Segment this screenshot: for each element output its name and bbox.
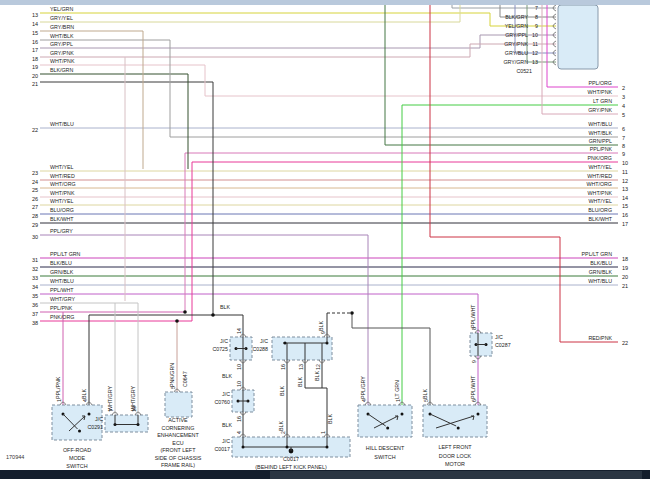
component-name: LEFT FRONT [438, 444, 472, 450]
window-top-border [0, 0, 650, 5]
wire-number: 14 [622, 195, 628, 201]
connector-pin-label: YEL/GRN [505, 23, 528, 29]
component-name: C0017 [283, 456, 299, 462]
wiring-diagram-canvas[interactable]: 13YEL/GRN14GRY/YEL15GRY/BRN16WHT/BLK17GR… [0, 0, 650, 479]
contact-dot [401, 413, 404, 416]
junction-ref: C0017 [214, 446, 230, 452]
connector-id: C0521 [516, 68, 532, 74]
wire-label: WHT/RED [50, 173, 75, 179]
component-name: SIDE OF CHASSIS [155, 455, 202, 461]
junction-dot [326, 446, 329, 449]
wire-label: BLU/ORG [588, 207, 612, 213]
pin-number: 16 [236, 416, 242, 422]
wire-number: 24 [32, 179, 38, 185]
wire-label: WHT/BLU [588, 278, 612, 284]
wire-label: GRN/PPL [589, 138, 612, 144]
connector-c0521[interactable] [558, 5, 598, 69]
wire-label: WHT/PNK [50, 190, 75, 196]
wire-number: 18 [622, 256, 628, 262]
wire-number: 28 [32, 213, 38, 219]
wire-label: GRN/BLK [50, 269, 74, 275]
connector-pin-number: 9 [535, 23, 538, 29]
wire-label: GRY/PPL [50, 41, 73, 47]
wire-number: 18 [32, 56, 38, 62]
wire-number: 19 [32, 64, 38, 70]
pin-number: 10 [236, 364, 242, 370]
wire-label: PPL/WHT [50, 287, 74, 293]
component-name: SWITCH [374, 454, 395, 460]
junction-dot [183, 310, 187, 314]
junction-dot [286, 446, 289, 449]
wire-label: PPL/ORG [588, 80, 612, 86]
wire-number: 19 [622, 265, 628, 271]
wire-tag: LT GRN [394, 380, 400, 399]
wire-label: GRN/BLK [589, 269, 613, 275]
component-name: CORNERING [162, 425, 195, 431]
wire-tag: BLK [220, 304, 230, 310]
wire-number: 37 [32, 311, 38, 317]
wire-tag: BLK [278, 421, 284, 431]
off-road-mode-switch[interactable] [52, 405, 102, 440]
component-name: SWITCH [66, 463, 87, 469]
junction-ref: J/C [220, 338, 228, 344]
wire-label: WHT/BLK [50, 33, 74, 39]
junction-ref: J/C [495, 334, 503, 340]
wire-tag: WHT/GRY [107, 386, 113, 411]
wire-number: 21 [622, 283, 628, 289]
connector-pin-number: 7 [535, 5, 538, 11]
wire-number: 10 [622, 160, 628, 166]
wire-label: BLK/WHT [588, 216, 612, 222]
wire-tag: BLK [222, 373, 232, 379]
wire-number: 38 [32, 320, 38, 326]
wire-label: GRY/BRN [50, 24, 74, 30]
contact-dot [78, 430, 81, 433]
wire-label: WHT/PNK [588, 190, 613, 196]
junction-c0291[interactable] [105, 415, 148, 432]
hill-descent-switch[interactable] [358, 405, 412, 437]
wire-number: 22 [32, 127, 38, 133]
wire-number: 32 [32, 266, 38, 272]
pin-number: 14 [236, 328, 242, 334]
wire-number: 26 [32, 196, 38, 202]
contact-dot [477, 413, 480, 416]
component-name: (FRONT LEFT [161, 447, 197, 453]
bottom-scrollbar-thumb[interactable] [270, 471, 642, 479]
wire-number: 16 [32, 39, 38, 45]
wire-tag: PPL/PNK [55, 376, 61, 399]
junction-ref: J/C [95, 416, 103, 422]
junction-ref: C0291 [87, 424, 103, 430]
wire-number: 6 [622, 126, 625, 132]
contact-dot [457, 427, 460, 430]
wire-tag: PPL/WHT [470, 304, 476, 328]
wire-number: 34 [32, 284, 38, 290]
component-name: ECU [172, 440, 183, 446]
wire-number: 23 [32, 170, 38, 176]
junction-ref: C0288 [252, 346, 268, 352]
wire-number: 5 [622, 112, 625, 118]
wire-number: 15 [32, 30, 38, 36]
wire-number: 35 [32, 293, 38, 299]
left-front-door-lock-motor[interactable] [423, 405, 487, 437]
pin-number: 4 [236, 431, 242, 434]
diagram-id: 170944 [6, 454, 24, 460]
wire-tag: PNK/GRN [169, 363, 175, 387]
wire-number: 29 [32, 222, 38, 228]
wire-number: 7 [622, 135, 625, 141]
junction-c0288[interactable] [272, 337, 332, 360]
component-name: MODE [69, 455, 86, 461]
wire-number: 33 [32, 275, 38, 281]
wire-number: 14 [32, 21, 38, 27]
active-cornering-enhancement-ecu[interactable] [165, 392, 192, 417]
connector-pin-number: 13 [532, 59, 538, 65]
component-name: OFF-ROAD [63, 447, 91, 453]
wire-label: WHT/ORG [50, 181, 76, 187]
wire-label: LT GRN [593, 98, 612, 104]
junction-dot [284, 342, 287, 345]
connector-pin-number: 12 [532, 50, 538, 56]
component-name: DOOR LOCK [439, 453, 472, 459]
connector-pin-label: BLK/GRY [505, 14, 528, 20]
wire-tag: BLK [279, 386, 285, 396]
wire-label: WHT/BLU [588, 121, 612, 127]
pin-number: 1 [320, 431, 326, 434]
wire-path [305, 388, 327, 437]
